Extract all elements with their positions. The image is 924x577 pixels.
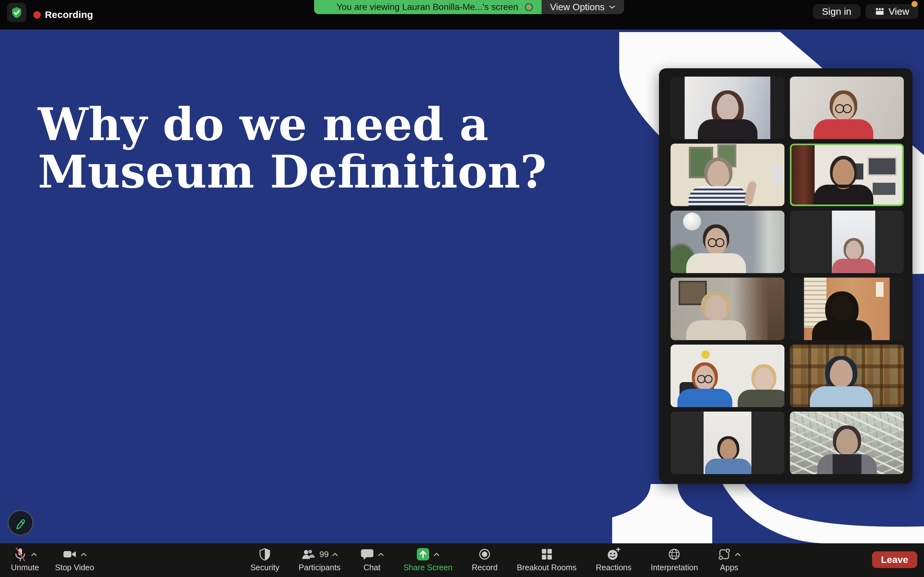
view-options-button[interactable]: View Options — [541, 0, 624, 14]
breakout-rooms-icon — [540, 547, 554, 561]
annotate-button[interactable] — [8, 510, 33, 536]
video-tile-4-active-speaker[interactable] — [790, 143, 904, 206]
view-button[interactable]: View — [866, 4, 918, 19]
person-silhouette — [704, 436, 751, 474]
person-silhouette — [809, 356, 873, 407]
person-body — [738, 390, 784, 407]
video-tile-2[interactable] — [790, 77, 904, 139]
person-silhouette — [686, 224, 746, 273]
glasses — [706, 238, 726, 245]
view-options-label: View Options — [550, 2, 604, 13]
person-body — [705, 459, 751, 474]
chevron-up-icon[interactable] — [31, 552, 37, 556]
leave-button[interactable]: Leave — [872, 551, 917, 568]
chat-icon — [360, 547, 375, 561]
video-tile-3[interactable] — [670, 143, 784, 206]
video-tile-1[interactable] — [670, 77, 784, 139]
slide-title: Why do we need a Museum Definition? — [38, 101, 547, 195]
toolbar-left-group: Unmute Stop Video — [11, 543, 94, 577]
video-tile-6[interactable] — [790, 211, 904, 273]
person-silhouette — [686, 292, 746, 340]
person-silhouette — [832, 238, 875, 273]
toolbar-item-label: Chat — [363, 563, 381, 572]
toolbar-item-label: Share Screen — [403, 563, 452, 572]
person-body — [688, 186, 748, 206]
recording-indicator: Recording — [33, 0, 93, 29]
person-silhouette — [688, 157, 749, 206]
participants-count-badge: 99 — [320, 550, 329, 559]
share-banner-message-area: You are viewing Lauran Bonilla-Me...'s s… — [314, 0, 541, 14]
toolbar-security-icon-row — [258, 546, 272, 562]
slide-shape-bottom-column — [612, 484, 712, 543]
toolbar-item-label: Record — [472, 563, 498, 572]
person-silhouette — [677, 362, 733, 407]
necklace — [838, 183, 849, 189]
toolbar-interpretation-button[interactable]: Interpretation — [651, 543, 698, 577]
glasses — [833, 104, 854, 111]
toolbar-unmute-button[interactable]: Unmute — [11, 543, 39, 577]
person-silhouette — [813, 156, 874, 205]
toolbar-item-label: Stop Video — [55, 563, 94, 572]
toolbar-item-label: Participants — [299, 563, 341, 572]
toolbar-stop-video-button[interactable]: Stop Video — [55, 543, 94, 577]
person-silhouette — [697, 90, 758, 139]
slide-title-line-1: Why do we need a — [38, 98, 489, 151]
person-body — [686, 253, 746, 273]
screen-share-banner: You are viewing Lauran Bonilla-Me...'s s… — [314, 0, 624, 14]
person-head — [833, 159, 855, 185]
meeting-toolbar: Unmute Stop Video Security 99 Participan… — [0, 543, 924, 577]
notification-dot — [911, 1, 918, 7]
toolbar-record-button[interactable]: Record — [472, 543, 498, 577]
shared-screen-stage: Why do we need a Museum Definition? — [0, 29, 924, 543]
zoom-meeting-window: Recording You are viewing Lauran Bonilla… — [0, 0, 924, 577]
mic-muted-icon — [13, 547, 27, 562]
person-body — [810, 386, 872, 407]
video-tile-10[interactable] — [790, 345, 904, 407]
glasses — [695, 375, 714, 382]
video-tile-11[interactable] — [670, 412, 784, 474]
sign-in-button[interactable]: Sign in — [813, 4, 861, 19]
share-banner-text: You are viewing Lauran Bonilla-Me...'s s… — [336, 2, 518, 12]
toolbar-share-screen-icon-row — [416, 546, 440, 562]
chevron-up-icon[interactable] — [433, 552, 440, 556]
video-tile-9[interactable] — [670, 345, 784, 407]
person-head — [831, 295, 853, 321]
toolbar-item-label: Unmute — [11, 563, 39, 572]
toolbar-stop-video-icon-row — [62, 546, 87, 562]
toolbar-chat-button[interactable]: Chat — [360, 543, 384, 577]
person-head — [830, 359, 853, 387]
chevron-up-icon[interactable] — [735, 552, 741, 556]
chevron-up-icon[interactable] — [378, 552, 384, 556]
video-tile-8[interactable] — [790, 277, 904, 340]
top-bar: Recording You are viewing Lauran Bonilla… — [0, 0, 924, 29]
toolbar-item-label: Security — [250, 563, 279, 572]
slide-title-line-2: Museum Definition? — [38, 145, 547, 198]
chevron-up-icon[interactable] — [81, 552, 87, 556]
recording-label: Recording — [45, 9, 93, 20]
person-head — [754, 367, 774, 390]
reactions-icon — [606, 547, 621, 562]
person-body — [814, 119, 873, 139]
toolbar-reactions-button[interactable]: Reactions — [596, 543, 632, 577]
video-tile-12[interactable] — [790, 412, 904, 474]
video-tile-7[interactable] — [670, 277, 784, 340]
toolbar-security-button[interactable]: Security — [250, 543, 279, 577]
toolbar-unmute-icon-row — [13, 546, 37, 562]
toolbar-breakout-rooms-button[interactable]: Breakout Rooms — [517, 543, 577, 577]
toolbar-participants-button[interactable]: 99 Participants — [299, 543, 341, 577]
leave-label: Leave — [881, 554, 908, 565]
video-tile-5[interactable] — [670, 211, 784, 273]
video-content — [685, 77, 770, 139]
camera-icon — [62, 547, 78, 561]
meeting-security-badge — [7, 3, 26, 22]
toolbar-item-label: Interpretation — [651, 563, 698, 572]
toolbar-apps-button[interactable]: Apps — [717, 543, 741, 577]
chevron-up-icon[interactable] — [332, 552, 338, 556]
person-head — [846, 240, 861, 259]
toolbar-share-screen-button[interactable]: Share Screen — [403, 543, 452, 577]
shield-check-icon — [10, 6, 23, 19]
chevron-down-icon — [609, 5, 615, 9]
share-screen-icon — [416, 547, 430, 561]
toolbar-chat-icon-row — [360, 546, 384, 562]
participant-grid — [670, 77, 904, 474]
